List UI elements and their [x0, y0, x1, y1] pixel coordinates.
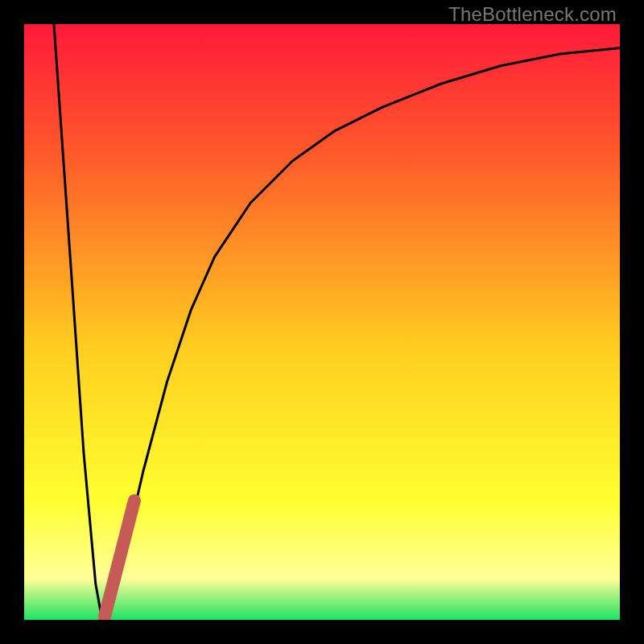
chart-frame — [24, 24, 620, 620]
chart-plot — [24, 24, 620, 620]
watermark-text: TheBottleneck.com — [448, 3, 617, 26]
chart-background-gradient — [24, 24, 620, 620]
